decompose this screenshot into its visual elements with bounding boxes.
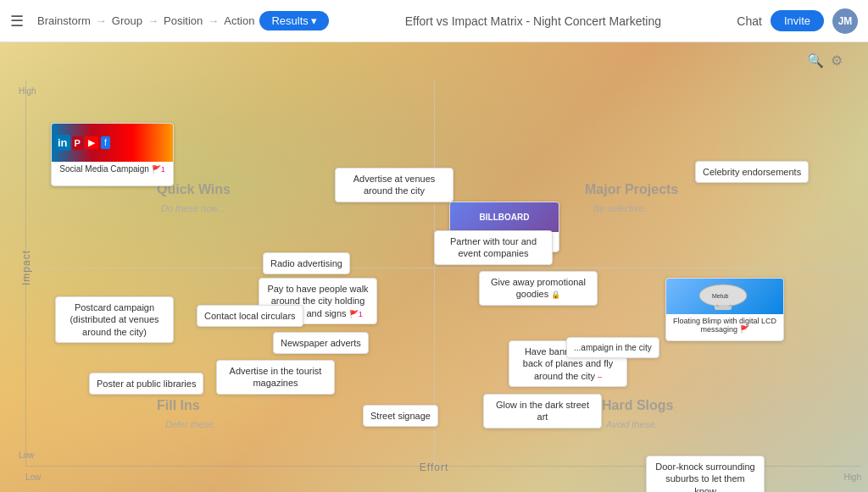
matrix-area: 🔍 ⚙ Impact Effort High Low Low High Quic… <box>0 42 868 492</box>
svg-text:Metub: Metub <box>712 293 729 299</box>
card-advertise-tourist[interactable]: Advertise in the tourist magazines <box>216 360 335 395</box>
arrow-icon: → <box>208 14 219 27</box>
axis-low-bottom: Low <box>19 451 34 460</box>
breadcrumb-group[interactable]: Group <box>112 14 142 27</box>
card-giveaway[interactable]: Give away promotional goodies 🔒 <box>479 271 598 306</box>
card-poster-libraries[interactable]: Poster at public libraries <box>89 373 203 395</box>
card-contact-local[interactable]: Contact local circulars <box>197 305 303 327</box>
card-radio[interactable]: Radio advertising <box>263 252 350 274</box>
blimp-text: Floating Blimp with digital LCD messagin… <box>666 314 783 336</box>
card-partner-tour[interactable]: Partner with tour and event companies <box>434 230 553 265</box>
fillins-sublabel: Defer these. <box>165 419 216 429</box>
avatar[interactable]: JM <box>832 8 858 34</box>
nav-right: Chat Invite JM <box>737 8 858 34</box>
hardslogs-sublabel: Avoid these. <box>606 419 657 429</box>
card-social-media[interactable]: in P ▶ f Social Media Campaign 🚩1 <box>51 123 174 186</box>
breadcrumb-position[interactable]: Position <box>164 14 203 27</box>
fillins-label: Fill Ins <box>157 398 200 413</box>
hardslogs-label: Hard Slogs <box>602 398 673 413</box>
breadcrumb-action[interactable]: Action <box>224 14 254 27</box>
card-newspaper[interactable]: Newspaper adverts <box>273 332 369 354</box>
card-floating-blimp[interactable]: Metub Floating Blimp with digital LCD me… <box>665 278 784 341</box>
chat-button[interactable]: Chat <box>737 14 762 28</box>
card-postcard[interactable]: Postcard campaign (distributed at venues… <box>55 296 174 343</box>
divider-horizontal <box>25 268 861 268</box>
settings-icon[interactable]: ⚙ <box>831 53 843 69</box>
breadcrumb-brainstorm[interactable]: Brainstorm <box>37 14 91 27</box>
axis-x-label: Effort <box>420 462 448 473</box>
card-advertise-venues[interactable]: Advertise at venues around the city <box>335 168 453 202</box>
majorprojects-label: Major Projects <box>585 182 678 197</box>
page-title: Effort vs Impact Matrix - Night Concert … <box>337 14 728 28</box>
axis-high-right: High <box>843 473 861 482</box>
hamburger-menu[interactable]: ☰ <box>10 12 24 30</box>
card-street-signage[interactable]: Street signage <box>363 405 438 427</box>
navigation-bar: ☰ Brainstorm → Group → Position → Action… <box>0 0 868 42</box>
breadcrumb: Brainstorm → Group → Position → Action R… <box>37 11 329 30</box>
toolbar-icons: 🔍 ⚙ <box>807 53 843 69</box>
card-celebrity[interactable]: Celebrity endorsements <box>695 161 809 183</box>
social-card-text: Social Media Campaign 🚩1 <box>52 162 173 176</box>
arrow-icon: → <box>96 14 107 27</box>
breadcrumb-results-active[interactable]: Results ▾ <box>259 11 329 30</box>
arrow-icon: → <box>147 14 159 27</box>
card-lcd-campaign[interactable]: ...ampaign in the city <box>566 337 659 358</box>
quickwins-sublabel: Do these now... <box>161 203 225 213</box>
card-door-knock[interactable]: Door-knock surrounding suburbs to let th… <box>646 456 765 492</box>
card-glow-street[interactable]: Glow in the dark street art <box>483 394 602 428</box>
axis-y-label: Impact <box>20 249 32 285</box>
invite-button[interactable]: Invite <box>771 10 824 31</box>
axis-low-left: Low <box>25 473 41 482</box>
social-icons: in P ▶ f <box>52 124 173 162</box>
axis-high-top: High <box>19 86 36 96</box>
majorprojects-sublabel: Be selective. <box>593 203 646 213</box>
search-icon[interactable]: 🔍 <box>807 53 824 69</box>
